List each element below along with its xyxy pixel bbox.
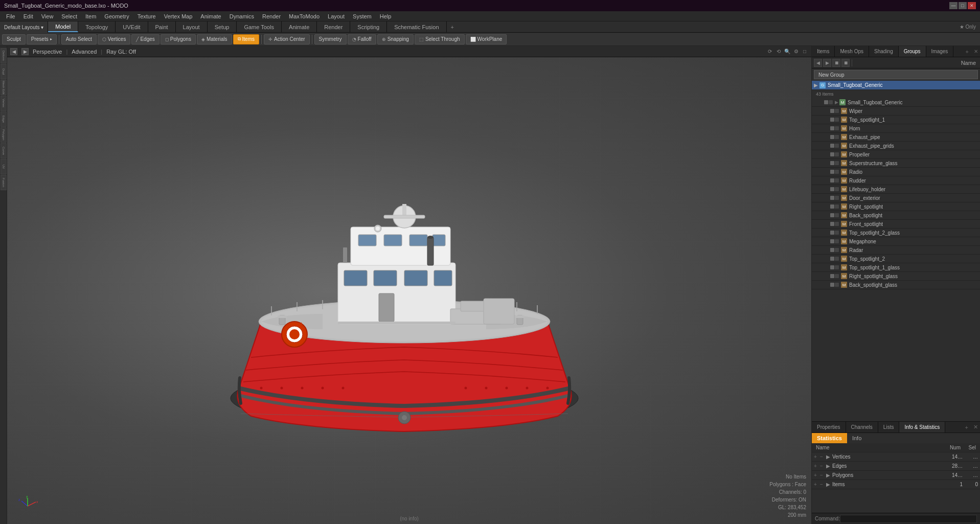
- list-item[interactable]: M Top_spotlight_2_glass: [812, 229, 980, 237]
- items-button[interactable]: ⧉ Items: [233, 34, 259, 44]
- list-item[interactable]: M Top_spotlight_2: [812, 255, 980, 263]
- left-tool-fusion[interactable]: Fusion: [1, 175, 7, 190]
- tab-lists[interactable]: Lists: [878, 422, 900, 432]
- rt-back-button[interactable]: ◀: [814, 59, 822, 67]
- list-item[interactable]: M Right_spotlight_glass: [812, 272, 980, 281]
- falloff-button[interactable]: ◔ Falloff: [348, 34, 376, 44]
- list-item[interactable]: M Exhaust_pipe: [812, 133, 980, 142]
- list-item[interactable]: M Exhaust_pipe_grids: [812, 142, 980, 150]
- stats-row-items[interactable]: + − ▶ Items 1 0: [812, 480, 980, 489]
- stats-row-edges[interactable]: + − ▶ Edges 28… …: [812, 462, 980, 471]
- tab-animate[interactable]: Animate: [282, 21, 317, 32]
- tab-images[interactable]: Images: [926, 46, 954, 57]
- menu-render[interactable]: Render: [258, 11, 285, 21]
- list-item[interactable]: M Front_spotlight: [812, 220, 980, 229]
- close-right-panel-button[interactable]: ✕: [972, 46, 980, 57]
- stats-expand-polygons[interactable]: ▶: [826, 472, 832, 478]
- materials-button[interactable]: ◈ Materials: [197, 34, 232, 44]
- list-item[interactable]: M Wiper: [812, 107, 980, 116]
- list-item[interactable]: M Right_spotlight: [812, 202, 980, 211]
- workplane-button[interactable]: ⬜ WorkPlane: [466, 34, 507, 44]
- stats-arrow-vertices[interactable]: −: [820, 454, 826, 460]
- viewport-zoom-icon[interactable]: 🔍: [784, 48, 791, 55]
- viewport[interactable]: ◀ ▶ Perspective | Advanced | Ray GL: Off…: [7, 46, 811, 524]
- menu-edit[interactable]: Edit: [19, 11, 37, 21]
- menu-file[interactable]: File: [2, 11, 19, 21]
- tab-uvedit[interactable]: UVEdit: [116, 21, 148, 32]
- viewport-settings-icon[interactable]: ⚙: [792, 48, 800, 55]
- presets-button[interactable]: Presets ▸: [27, 34, 57, 44]
- stats-expand-vertices[interactable]: ▶: [826, 454, 832, 460]
- command-input[interactable]: [840, 515, 977, 523]
- menu-item[interactable]: Item: [81, 11, 100, 21]
- close-lower-panel-button[interactable]: ✕: [971, 422, 980, 432]
- menu-dynamics[interactable]: Dynamics: [225, 11, 258, 21]
- viewport-rotate-icon[interactable]: ⟳: [766, 48, 773, 55]
- list-item[interactable]: M Top_spotlight_1_glass: [812, 263, 980, 272]
- action-center-button[interactable]: ✛ Action Center: [264, 34, 310, 44]
- list-item[interactable]: ▶ M Small_Tugboat_Generic: [812, 98, 980, 107]
- tab-scripting[interactable]: Scripting: [350, 21, 387, 32]
- left-tool-deform[interactable]: Deform: [1, 48, 7, 63]
- left-tool-uv[interactable]: UV: [1, 159, 7, 174]
- viewport-reset-icon[interactable]: ⟲: [775, 48, 782, 55]
- stats-plus-polygons[interactable]: +: [814, 472, 820, 478]
- list-item[interactable]: M Radar: [812, 246, 980, 255]
- tab-layout[interactable]: Layout: [176, 21, 208, 32]
- stats-row-polygons[interactable]: + − ▶ Polygons 14… …: [812, 471, 980, 480]
- add-right-tab-button[interactable]: +: [963, 46, 972, 57]
- stats-expand-edges[interactable]: ▶: [826, 463, 832, 469]
- tab-gametools[interactable]: Game Tools: [237, 21, 282, 32]
- stats-row-vertices[interactable]: + − ▶ Vertices 14… …: [812, 452, 980, 462]
- list-item[interactable]: M Top_spotlight_1: [812, 116, 980, 124]
- list-item[interactable]: M Rudder: [812, 176, 980, 185]
- stats-arrow-items[interactable]: −: [820, 482, 826, 487]
- menu-maxtoModo[interactable]: MaxToModo: [285, 11, 324, 21]
- auto-select-button[interactable]: Auto Select: [61, 34, 97, 44]
- list-item[interactable]: M Lifebuoy_holder: [812, 185, 980, 194]
- stats-arrow-edges[interactable]: −: [820, 463, 826, 469]
- menu-texture[interactable]: Texture: [133, 11, 160, 21]
- viewport-prev-button[interactable]: ◀: [10, 48, 17, 55]
- tab-meshops[interactable]: Mesh Ops: [835, 46, 869, 57]
- rt-stop-button[interactable]: ⏹: [832, 59, 840, 67]
- menu-help[interactable]: Help: [376, 11, 396, 21]
- tab-render[interactable]: Render: [317, 21, 350, 32]
- left-tool-duplicate[interactable]: Dupl: [1, 64, 7, 79]
- list-item[interactable]: M Door_exterior: [812, 194, 980, 202]
- viewport-next-button[interactable]: ▶: [21, 48, 29, 55]
- tab-schematicfusion[interactable]: Schematic Fusion: [387, 21, 446, 32]
- tab-groups[interactable]: Groups: [899, 46, 926, 57]
- list-item[interactable]: M Radio: [812, 168, 980, 176]
- new-group-button[interactable]: New Group: [814, 70, 978, 79]
- symmetry-button[interactable]: Symmetry: [314, 34, 347, 44]
- minimize-button[interactable]: —: [949, 2, 958, 9]
- menu-system[interactable]: System: [349, 11, 376, 21]
- add-lower-tab-button[interactable]: +: [962, 422, 971, 432]
- tab-properties[interactable]: Properties: [812, 422, 846, 432]
- edges-button[interactable]: ╱ Edges: [131, 34, 159, 44]
- menu-geometry[interactable]: Geometry: [100, 11, 133, 21]
- vertices-button[interactable]: ⬡ Vertices: [98, 34, 131, 44]
- menu-layout[interactable]: Layout: [324, 11, 349, 21]
- left-tool-meshedit[interactable]: Mesh Edit: [1, 80, 7, 95]
- menu-select[interactable]: Select: [57, 11, 81, 21]
- menu-view[interactable]: View: [37, 11, 58, 21]
- sculpt-button[interactable]: Sculpt: [2, 34, 26, 44]
- left-tool-edge[interactable]: Edge: [1, 111, 7, 127]
- maximize-button[interactable]: □: [959, 2, 967, 9]
- list-item[interactable]: M Back_spotlight: [812, 211, 980, 220]
- left-tool-curve[interactable]: Curve: [1, 143, 7, 158]
- left-tool-vertex[interactable]: Vertex: [1, 96, 7, 111]
- stats-plus-edges[interactable]: +: [814, 463, 820, 469]
- stats-arrow-polygons[interactable]: −: [820, 472, 826, 478]
- menu-animate[interactable]: Animate: [196, 11, 225, 21]
- list-item[interactable]: M Propeller: [812, 150, 980, 159]
- tab-topology[interactable]: Topology: [78, 21, 116, 32]
- items-list[interactable]: ▶ G Small_Tugboat_Generic 43 Items ▶ M S…: [812, 81, 980, 421]
- viewport-canvas[interactable]: No Items Polygons : Face Channels: 0 Def…: [7, 57, 811, 524]
- list-item[interactable]: M Megaphone: [812, 237, 980, 246]
- group-header-row[interactable]: ▶ G Small_Tugboat_Generic: [812, 81, 980, 90]
- layout-dropdown[interactable]: Default Layouts ▾: [0, 21, 48, 33]
- snapping-button[interactable]: ⊕ Snapping: [377, 34, 414, 44]
